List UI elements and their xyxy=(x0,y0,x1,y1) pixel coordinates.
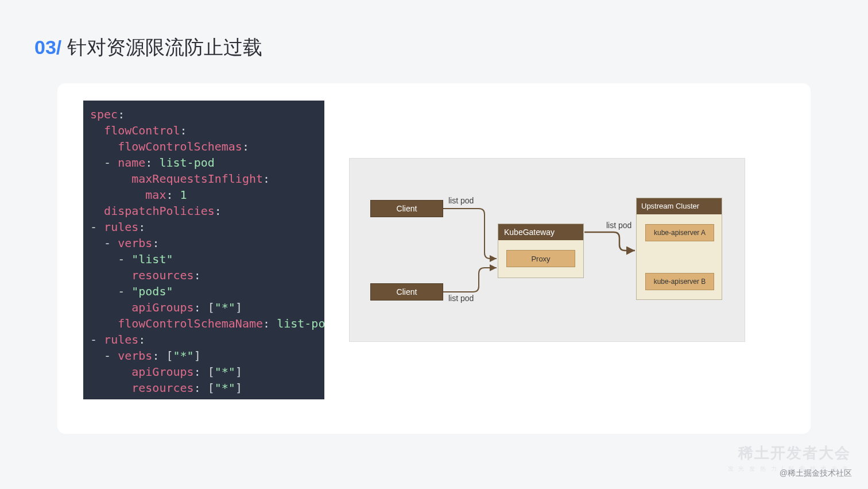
edge-label-3: list pod xyxy=(606,221,631,230)
client-box-2: Client xyxy=(370,283,443,301)
content-card: spec: flowControl: flowControlSchemas: -… xyxy=(57,83,811,434)
kubegateway-title: KubeGateway xyxy=(498,224,583,240)
client-box-1: Client xyxy=(370,200,443,217)
client-label-1: Client xyxy=(397,204,417,213)
apiserver-b-box: kube-apiserver B xyxy=(645,273,714,290)
kubegateway-box: KubeGateway Proxy xyxy=(498,224,584,278)
upstream-title: Upstream Cluster xyxy=(637,198,722,214)
apiserver-a-label: kube-apiserver A xyxy=(654,229,706,237)
apiserver-a-box: kube-apiserver A xyxy=(645,224,714,241)
yaml-code-block: spec: flowControl: flowControlSchemas: -… xyxy=(83,101,324,399)
client-label-2: Client xyxy=(397,287,417,297)
proxy-box: Proxy xyxy=(506,250,575,267)
edge-label-1: list pod xyxy=(448,196,474,205)
footer-credit: @稀土掘金技术社区 xyxy=(780,468,852,479)
slide-header: 03/ 针对资源限流防止过载 xyxy=(34,34,262,61)
edge-label-2: list pod xyxy=(448,294,474,303)
section-title: 针对资源限流防止过载 xyxy=(67,34,262,61)
apiserver-b-label: kube-apiserver B xyxy=(654,278,706,286)
section-number: 03/ xyxy=(34,36,61,59)
proxy-label: Proxy xyxy=(531,255,550,263)
watermark-main: 稀土开发者大会 xyxy=(738,443,851,463)
upstream-cluster-box: Upstream Cluster kube-apiserver A kube-a… xyxy=(636,198,722,300)
architecture-diagram: Client Client list pod list pod list pod… xyxy=(349,158,745,342)
